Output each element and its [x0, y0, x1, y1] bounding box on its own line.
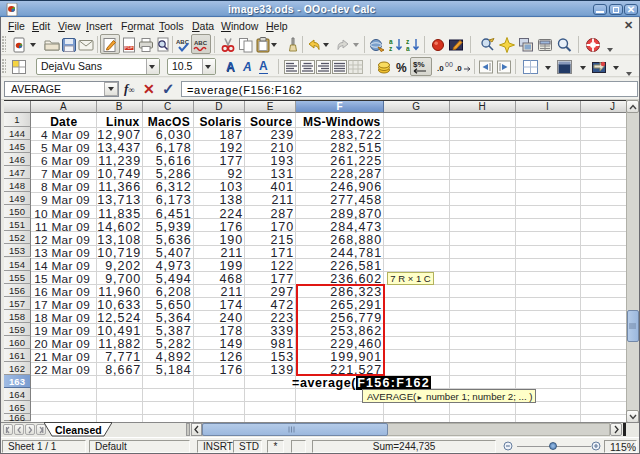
- svg-text:a: a: [406, 45, 410, 52]
- svg-text:$%: $%: [413, 60, 425, 69]
- svg-text:.0: .0: [437, 64, 444, 73]
- svg-text:00: 00: [445, 61, 453, 68]
- svg-text:ABC: ABC: [194, 40, 208, 46]
- svg-text:PDF: PDF: [125, 45, 134, 50]
- svg-text:z: z: [406, 38, 410, 45]
- svg-text:z: z: [389, 45, 393, 52]
- svg-text:a: a: [389, 38, 393, 45]
- svg-text:.0: .0: [455, 64, 462, 73]
